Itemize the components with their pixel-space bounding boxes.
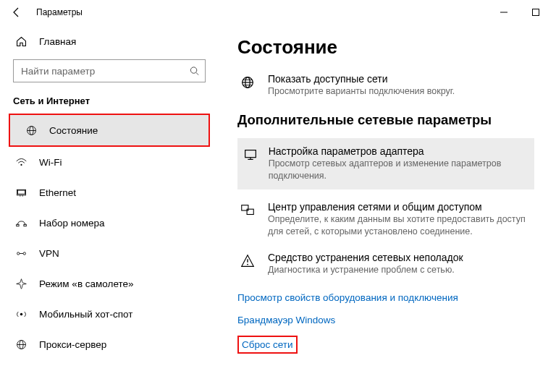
link-hardware-props[interactable]: Просмотр свойств оборудования и подключе… [237, 292, 458, 303]
maximize-icon [532, 9, 539, 16]
svg-point-17 [20, 312, 22, 315]
sidebar: Главная Сеть и Интернет Состояние Wi-Fi [0, 25, 219, 392]
sidebar-item-wifi[interactable]: Wi-Fi [0, 147, 219, 177]
sidebar-item-label: Набор номера [39, 218, 105, 229]
globe-icon [23, 124, 39, 137]
wifi-icon [13, 157, 29, 168]
sidebar-item-hotspot[interactable]: Мобильный хот-спот [0, 299, 219, 329]
svg-rect-12 [16, 224, 18, 226]
sidebar-item-status[interactable]: Состояние [10, 115, 208, 145]
main-content: Состояние Показать доступные сети Просмо… [219, 25, 556, 392]
search-icon [189, 66, 200, 77]
troubleshoot-title: Средство устранения сетевых неполадок [268, 252, 534, 263]
sidebar-section-title: Сеть и Интернет [0, 91, 219, 114]
sidebar-item-ethernet[interactable]: Ethernet [0, 177, 219, 208]
search-input[interactable] [13, 59, 206, 82]
page-title: Состояние [237, 36, 534, 59]
svg-point-14 [17, 252, 19, 254]
hotspot-icon [13, 308, 29, 320]
sidebar-item-vpn[interactable]: VPN [0, 238, 219, 268]
vpn-icon [13, 248, 29, 259]
show-networks-desc: Просмотрите варианты подключения вокруг. [268, 85, 534, 98]
sidebar-item-dialup[interactable]: Набор номера [0, 208, 219, 238]
svg-rect-26 [245, 150, 256, 157]
sharing-center-row[interactable]: Центр управления сетями и общим доступом… [237, 201, 534, 238]
svg-point-32 [247, 264, 248, 265]
sidebar-item-label: Wi-Fi [39, 157, 62, 168]
show-networks-title: Показать доступные сети [268, 73, 534, 85]
link-network-reset[interactable]: Сброс сети [242, 339, 293, 350]
troubleshoot-desc: Диагностика и устранение проблем с сетью… [268, 264, 534, 276]
sharing-desc: Определите, к каким данным вы хотите пре… [268, 213, 534, 238]
dialup-icon [13, 218, 29, 229]
globe-icon [237, 74, 258, 90]
warning-icon [237, 253, 258, 269]
arrow-left-icon [11, 7, 22, 18]
search-wrap [13, 59, 206, 82]
link-firewall[interactable]: Брандмауэр Windows [237, 315, 335, 325]
sidebar-item-label: Мобильный хот-спот [39, 309, 132, 320]
sidebar-item-label: Состояние [49, 125, 98, 136]
titlebar: Параметры [0, 0, 556, 25]
troubleshoot-row[interactable]: Средство устранения сетевых неполадок Ди… [237, 252, 534, 276]
app-title: Параметры [36, 7, 83, 17]
svg-rect-9 [17, 190, 25, 194]
adapter-icon [242, 147, 260, 163]
sidebar-item-label: Ethernet [39, 187, 76, 198]
proxy-icon [13, 338, 29, 351]
svg-rect-13 [23, 224, 25, 226]
minimize-icon [500, 9, 507, 16]
sidebar-item-proxy[interactable]: Прокси-сервер [0, 329, 219, 359]
svg-point-7 [20, 163, 22, 165]
advanced-section-title: Дополнительные сетевые параметры [237, 112, 534, 128]
svg-point-15 [23, 252, 25, 254]
ethernet-icon [13, 187, 29, 198]
adapter-desc: Просмотр сетевых адаптеров и изменение п… [269, 158, 527, 182]
svg-rect-1 [533, 9, 539, 16]
maximize-button[interactable] [520, 1, 552, 23]
show-networks-row[interactable]: Показать доступные сети Просмотрите вари… [237, 73, 534, 98]
sharing-title: Центр управления сетями и общим доступом [268, 201, 534, 213]
home-icon [13, 35, 29, 48]
airplane-icon [13, 278, 29, 290]
svg-line-3 [196, 72, 198, 74]
svg-point-2 [190, 67, 196, 73]
sidebar-home-label: Главная [39, 36, 76, 47]
sidebar-item-airplane[interactable]: Режим «в самолете» [0, 268, 219, 299]
back-button[interactable] [4, 0, 29, 25]
sidebar-item-label: Режим «в самолете» [39, 278, 134, 289]
minimize-button[interactable] [488, 1, 520, 23]
sidebar-item-label: VPN [39, 248, 59, 259]
adapter-settings-row[interactable]: Настройка параметров адаптера Просмотр с… [237, 138, 534, 189]
sharing-icon [237, 203, 258, 218]
window-controls [488, 1, 552, 23]
adapter-title: Настройка параметров адаптера [269, 145, 527, 157]
sidebar-item-label: Прокси-сервер [39, 339, 106, 350]
sidebar-home[interactable]: Главная [0, 27, 219, 55]
